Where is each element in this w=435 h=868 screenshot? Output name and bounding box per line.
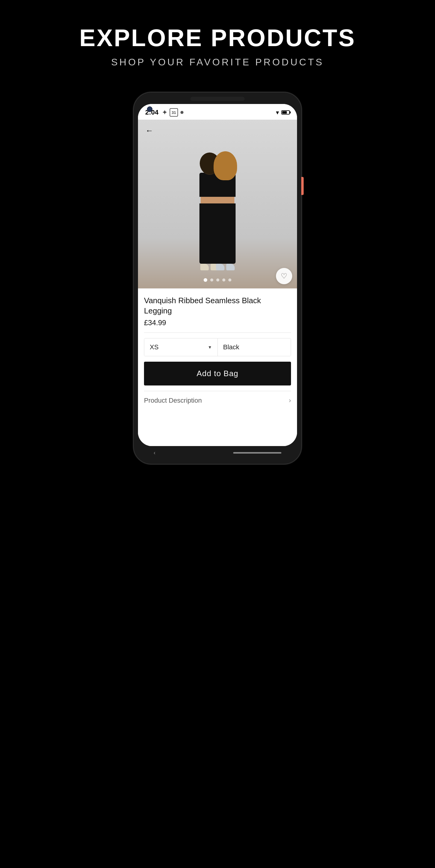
dot-3[interactable] [216,278,219,281]
dot-5[interactable] [228,278,231,281]
product-description-row[interactable]: Product Description › [144,391,291,410]
favorite-button[interactable]: ♡ [276,268,292,284]
dot-1[interactable] [204,278,207,282]
nav-bar-gesture: ‹ [142,450,293,456]
figure-2 [215,157,236,270]
product-name: Vanquish Ribbed Seamless Black Legging [144,296,291,316]
dot-2[interactable] [210,278,213,281]
shoe [200,264,209,270]
product-info: Vanquish Ribbed Seamless Black Legging £… [138,288,297,446]
color-value: Black [223,343,239,351]
battery-fill [282,111,287,114]
chevron-right-icon: › [289,397,291,404]
size-selector[interactable]: XS ▼ [144,338,218,356]
notification-dot [180,111,183,114]
phone-frame: 2:04 ✦ 31 ▾ ← [133,92,302,464]
phone-top-bar [190,97,245,101]
back-arrow-icon: ← [145,126,153,135]
product-image-container: ← [138,120,297,288]
nav-pill [233,452,281,454]
nav-back-btn[interactable]: ‹ [154,450,156,456]
add-to-bag-button[interactable]: Add to Bag [144,362,291,385]
image-dots [204,278,231,282]
slack-icon: ✦ [162,109,167,116]
phone-bottom: ‹ [138,446,297,460]
heart-icon: ♡ [281,272,288,280]
battery-icon [281,110,290,115]
shoe [226,264,235,270]
status-right: ▾ [276,109,290,116]
wifi-icon: ▾ [276,109,279,116]
page-title: EXPLORE PRODUCTS [79,24,356,52]
status-icons: ✦ 31 [162,108,183,117]
description-label: Product Description [144,397,202,404]
product-image [138,120,297,288]
page-header: EXPLORE PRODUCTS SHOP YOUR FAVORITE PROD… [79,0,356,86]
product-figures [166,157,269,270]
shoe [216,264,225,270]
page-subtitle: SHOP YOUR FAVORITE PRODUCTS [79,57,356,68]
figure-2-head [219,157,232,173]
calendar-icon: 31 [170,108,178,117]
phone-camera [147,106,153,112]
figure-2-shoes [216,264,235,270]
status-bar: 2:04 ✦ 31 ▾ [138,104,297,120]
product-price: £34.99 [144,318,291,327]
size-value: XS [150,343,159,351]
phone-screen: 2:04 ✦ 31 ▾ ← [138,104,297,446]
bottom-area [144,410,291,446]
selectors-row: XS ▼ Black [144,338,291,356]
color-selector[interactable]: Black [218,338,291,356]
size-dropdown-arrow: ▼ [208,345,212,350]
figure-2-legs [215,204,236,264]
figure-2-midriff [216,197,234,204]
back-button[interactable]: ← [143,124,156,137]
dot-4[interactable] [222,278,225,281]
